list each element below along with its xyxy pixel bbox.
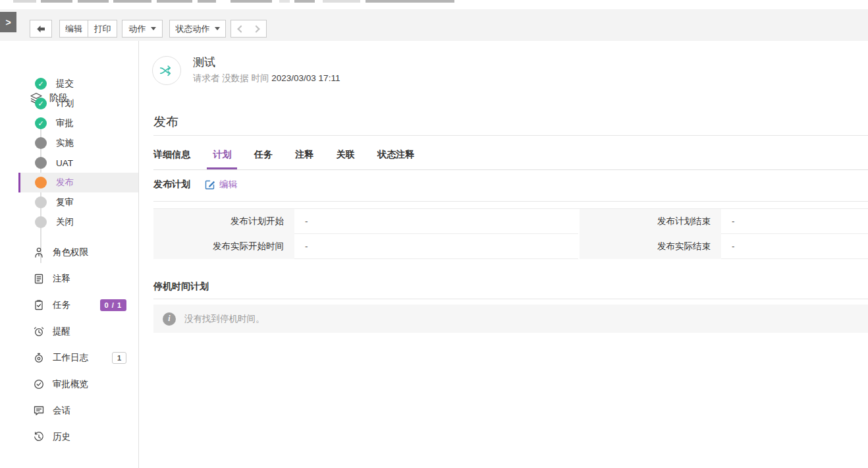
time-value: 2023/03/03 17:11	[271, 73, 340, 83]
stage-label: 审批	[56, 117, 74, 129]
release-type-icon	[152, 56, 181, 85]
sidebar-item-label: 注释	[53, 273, 70, 285]
stage-item-uat[interactable]: UAT	[18, 153, 138, 173]
note-icon	[32, 273, 45, 285]
tab-bar: 详细信息 计划 任务 注释 关联 状态注释	[153, 145, 868, 170]
edit-plan-link[interactable]: 编辑	[205, 179, 237, 190]
sidebar-item-notes[interactable]: 注释	[0, 268, 138, 289]
stage-item-approval[interactable]: ✓ 审批	[18, 113, 138, 133]
stage-item-implementation[interactable]: 实施	[18, 133, 138, 153]
chat-bubble-icon	[32, 405, 45, 417]
sidebar-item-label: 提醒	[53, 326, 70, 337]
stage-label: 关闭	[56, 216, 74, 228]
sidebar-item-reminders[interactable]: 提醒	[0, 321, 138, 342]
edit-pencil-icon	[205, 179, 215, 190]
dot-icon	[35, 216, 47, 228]
main-content: 测试 请求者 没数据 时间 2023/03/03 17:11 发布 详细信息 计…	[139, 41, 868, 468]
sidebar-item-tasks[interactable]: 任务 0 / 1	[0, 295, 138, 316]
sidebar-item-conversations[interactable]: 会话	[0, 400, 138, 421]
toolbar: > 编辑 打印 动作 状态动作	[0, 9, 868, 41]
field-row: 发布计划开始 - 发布计划结束 -	[153, 209, 868, 234]
edit-button[interactable]: 编辑	[59, 20, 88, 38]
downtime-empty-message: 没有找到停机时间。	[184, 313, 265, 325]
info-icon: i	[163, 312, 176, 326]
page-title: 测试	[193, 55, 215, 70]
field-label-plan-start: 发布计划开始	[153, 209, 294, 234]
release-plan-fields: 发布计划开始 - 发布计划结束 - 发布实际开始时间 - 发布实际结束 -	[153, 208, 868, 259]
sidebar-item-history[interactable]: 历史	[0, 426, 138, 448]
status-actions-dropdown-label: 状态动作	[176, 23, 210, 35]
sidebar-item-label: 历史	[53, 431, 70, 443]
browser-remnant-strip	[0, 0, 868, 9]
check-circle-icon: ✓	[35, 78, 47, 90]
stage-item-close[interactable]: 关闭	[18, 212, 138, 232]
actions-dropdown-label: 动作	[129, 23, 146, 35]
person-icon	[32, 247, 45, 259]
stopwatch-icon	[32, 352, 45, 365]
tab-associations[interactable]: 关联	[331, 145, 361, 169]
section-divider	[153, 135, 868, 136]
dot-icon	[35, 177, 47, 189]
section-title: 发布	[153, 113, 178, 131]
chevron-right-icon	[252, 25, 259, 32]
stage-label: 发布	[56, 177, 74, 189]
downtime-heading: 停机时间计划	[153, 281, 209, 293]
stage-item-plan[interactable]: ✓ 计划	[18, 94, 138, 113]
tab-status-comments[interactable]: 状态注释	[371, 145, 420, 169]
actions-dropdown[interactable]: 动作	[122, 20, 163, 38]
sidebar-item-label: 角色权限	[53, 247, 88, 258]
stage-label: 复审	[56, 196, 74, 208]
chevron-down-icon	[215, 27, 220, 30]
sidebar-item-worklog[interactable]: 工作日志 1	[0, 347, 138, 368]
field-label-actual-start: 发布实际开始时间	[153, 234, 294, 259]
requester-label: 请求者	[193, 73, 220, 83]
status-actions-dropdown[interactable]: 状态动作	[169, 20, 226, 38]
tab-notes[interactable]: 注释	[289, 145, 319, 169]
previous-record-button[interactable]	[231, 20, 249, 38]
alarm-clock-icon	[32, 326, 45, 338]
chevron-left-icon	[237, 25, 244, 32]
back-button[interactable]	[30, 20, 52, 38]
edit-plan-label: 编辑	[219, 179, 237, 190]
stage-label: 提交	[56, 78, 74, 90]
history-clock-icon	[32, 431, 45, 444]
stage-label: 计划	[56, 98, 74, 109]
check-circle-outline-icon	[32, 378, 45, 391]
stage-label: 实施	[56, 137, 74, 149]
plan-divider	[153, 201, 868, 202]
field-row: 发布实际开始时间 - 发布实际结束 -	[153, 234, 868, 259]
tab-tasks[interactable]: 任务	[248, 145, 279, 169]
app-window: > 编辑 打印 动作 状态动作	[0, 0, 868, 468]
field-value-actual-start: -	[294, 234, 578, 259]
field-value-actual-end: -	[721, 234, 868, 259]
sidebar-item-label: 审批概览	[53, 378, 88, 390]
sidebar-expand-tab[interactable]: >	[0, 12, 16, 32]
edit-print-button-group: 编辑 打印	[59, 20, 117, 38]
field-value-plan-end: -	[721, 209, 868, 234]
dot-icon	[35, 157, 47, 169]
release-plan-header: 发布计划 编辑	[153, 179, 237, 190]
next-record-button[interactable]	[248, 20, 267, 38]
field-label-actual-end: 发布实际结束	[580, 234, 721, 259]
field-label-plan-end: 发布计划结束	[580, 209, 721, 234]
sidebar-item-approval-overview[interactable]: 审批概览	[0, 374, 138, 395]
stage-item-release[interactable]: 发布	[18, 173, 138, 192]
stage-label: UAT	[56, 158, 73, 168]
print-button[interactable]: 打印	[88, 20, 117, 38]
sidebar: 阶段 ✓ 提交 ✓ 计划 ✓ 审批 实施 UAT 发布 复审	[0, 41, 139, 468]
tab-details[interactable]: 详细信息	[153, 145, 196, 169]
chevron-down-icon	[151, 27, 156, 30]
tab-plan[interactable]: 计划	[207, 145, 237, 169]
sidebar-item-label: 任务	[53, 299, 70, 311]
dot-icon	[35, 137, 47, 149]
stage-item-submit[interactable]: ✓ 提交	[18, 74, 138, 94]
sidebar-item-label: 工作日志	[53, 352, 88, 364]
time-label: 时间	[252, 73, 269, 83]
page-subtitle: 请求者 没数据 时间 2023/03/03 17:11	[193, 73, 340, 84]
check-circle-icon: ✓	[35, 117, 47, 129]
downtime-empty-message-box: i 没有找到停机时间。	[153, 305, 868, 333]
sidebar-item-roles[interactable]: 角色权限	[0, 242, 138, 263]
worklog-count-badge: 1	[112, 352, 126, 364]
stage-item-review[interactable]: 复审	[18, 192, 138, 212]
dot-icon	[35, 196, 47, 208]
